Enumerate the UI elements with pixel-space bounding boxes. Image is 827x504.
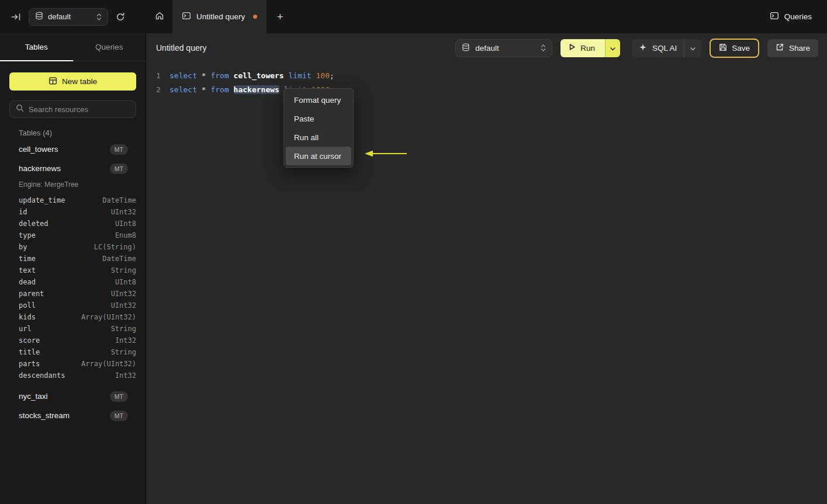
sidebar: Tables Queries New table Tables (4) cell…	[0, 33, 146, 504]
column-row: score Int32	[9, 335, 136, 346]
column-name: parent	[19, 290, 44, 298]
column-name: kids	[19, 313, 36, 321]
column-name: title	[19, 348, 40, 356]
new-tab-button[interactable]: +	[267, 0, 293, 33]
column-name: dead	[19, 278, 36, 286]
column-type: Int32	[115, 336, 136, 345]
run-button[interactable]: Run	[560, 39, 605, 57]
sql-ai-options-button[interactable]	[684, 39, 701, 57]
column-name: id	[19, 208, 27, 216]
share-button-label: Share	[789, 44, 810, 53]
app-window: default Untitled query	[0, 0, 827, 504]
column-row: deleted UInt8	[9, 218, 136, 230]
column-type: UInt8	[115, 220, 136, 228]
tab-untitled-query[interactable]: Untitled query	[172, 0, 267, 33]
table-list: cell_towers MT hackernews MT Engine: Mer…	[0, 140, 146, 425]
database-icon	[35, 12, 43, 22]
column-type: LC(String)	[94, 243, 136, 251]
collapse-sidebar-icon[interactable]	[11, 12, 21, 22]
sidebar-tab-queries[interactable]: Queries	[73, 33, 146, 61]
column-type: Array(UInt32)	[81, 313, 136, 321]
database-selector-value: default	[48, 12, 71, 21]
search-box	[9, 100, 136, 118]
column-row: time DateTime	[9, 253, 136, 265]
tab-strip: Untitled query +	[146, 0, 293, 33]
column-type: DateTime	[102, 255, 136, 263]
column-name: update_time	[19, 196, 65, 204]
save-icon	[719, 43, 727, 53]
context-menu-item[interactable]: Format query	[286, 91, 351, 109]
sidebar-tabs: Tables Queries	[0, 33, 146, 61]
topbar-left-controls: default	[0, 0, 146, 33]
context-menu-item[interactable]: Run all	[286, 128, 351, 147]
share-icon	[776, 43, 784, 53]
ai-sparkle-icon	[639, 43, 647, 53]
column-type: String	[111, 348, 136, 356]
column-row: id UInt32	[9, 206, 136, 218]
engine-badge: MT	[110, 164, 128, 174]
run-split-button: Run	[560, 39, 620, 57]
sql-ai-label: SQL AI	[652, 44, 677, 53]
table-row[interactable]: nyc_taxi MT	[9, 387, 136, 406]
home-icon	[155, 11, 164, 23]
tables-section-header: Tables (4)	[19, 128, 146, 137]
database-selector-topbar[interactable]: default	[29, 8, 108, 26]
sidebar-tab-tables[interactable]: Tables	[0, 33, 73, 61]
refresh-icon[interactable]	[116, 12, 125, 22]
line-number: 2	[156, 85, 169, 94]
column-type: UInt32	[111, 208, 136, 216]
sql-ai-button[interactable]: SQL AI	[632, 39, 684, 57]
column-type: UInt32	[111, 290, 136, 298]
engine-badge: MT	[110, 411, 128, 421]
column-row: text String	[9, 265, 136, 276]
column-type: Int32	[115, 371, 136, 380]
table-row[interactable]: cell_towers MT	[9, 140, 136, 159]
database-selector-value: default	[475, 44, 499, 53]
column-name: deleted	[19, 220, 49, 228]
table-name: nyc_taxi	[19, 392, 48, 401]
column-name: poll	[19, 301, 36, 310]
column-name: by	[19, 243, 27, 251]
context-menu-item[interactable]: Paste	[286, 109, 351, 128]
run-button-label: Run	[580, 44, 595, 53]
code-text: select * from cell_towers limit 100;	[169, 71, 334, 80]
tab-home[interactable]	[146, 0, 172, 33]
plus-icon: +	[277, 11, 283, 23]
table-icon	[49, 77, 57, 87]
main-panel: Untitled query default Run	[146, 33, 827, 504]
column-row: type Enum8	[9, 230, 136, 241]
topbar-spacer	[293, 0, 769, 33]
column-name: descendants	[19, 371, 65, 380]
table-name: stocks_stream	[19, 411, 70, 420]
share-button[interactable]: Share	[767, 39, 818, 57]
queries-button[interactable]: Queries	[770, 11, 812, 22]
updown-chevron-icon	[541, 44, 546, 52]
column-name: text	[19, 266, 36, 274]
column-type: Enum8	[115, 231, 136, 239]
sidebar-tab-label: Tables	[25, 43, 48, 51]
table-row[interactable]: stocks_stream MT	[9, 406, 136, 425]
sql-editor[interactable]: 1 select * from cell_towers limit 100; 2…	[146, 62, 827, 96]
column-list: update_time DateTime id UInt32 deleted U…	[9, 194, 136, 381]
table-row[interactable]: hackernews MT	[9, 159, 136, 178]
chevron-down-icon	[690, 44, 695, 53]
column-type: DateTime	[102, 196, 136, 204]
table-name: hackernews	[19, 164, 61, 173]
sidebar-tab-label: Queries	[95, 43, 123, 51]
column-name: parts	[19, 360, 40, 368]
new-table-button[interactable]: New table	[9, 72, 136, 91]
column-type: UInt8	[115, 278, 136, 286]
search-input[interactable]	[29, 105, 130, 114]
column-row: by LC(String)	[9, 241, 136, 253]
save-button[interactable]: Save	[710, 39, 759, 58]
column-name: time	[19, 255, 36, 263]
search-icon	[16, 104, 24, 114]
run-options-button[interactable]	[605, 39, 620, 57]
column-type: Array(UInt32)	[81, 360, 136, 368]
context-menu-item[interactable]: Run at cursor	[286, 147, 351, 165]
chevron-down-icon	[610, 43, 615, 53]
database-icon	[462, 43, 470, 53]
table-name: cell_towers	[19, 145, 58, 154]
database-selector-header[interactable]: default	[455, 39, 552, 57]
context-menu: Format queryPasteRun allRun at cursor	[283, 88, 354, 168]
